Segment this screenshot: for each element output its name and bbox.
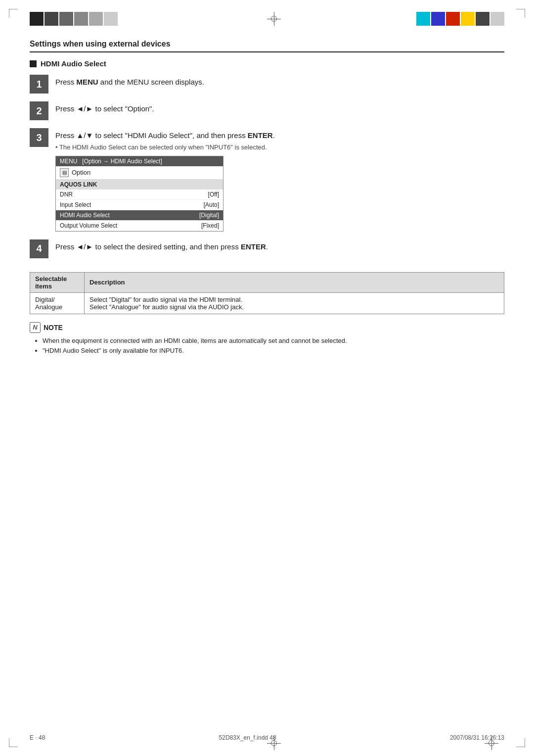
step-2-number: 2 (30, 101, 48, 120)
menu-row-hdmi-label: HDMI Audio Select (60, 212, 110, 219)
crosshair-icon (267, 12, 281, 26)
step-3-number: 3 (30, 128, 48, 147)
color-bar-dk (476, 12, 490, 26)
note-item-1: When the equipment is connected with an … (43, 336, 504, 346)
color-bar-lt (490, 12, 504, 26)
menu-option-label: Option (72, 169, 90, 176)
color-bar-yellow (461, 12, 475, 26)
note-item-2: "HDMI Audio Select" is only available fo… (43, 346, 504, 356)
crosshair-circle (271, 16, 277, 22)
menu-row-hdmi: HDMI Audio Select [Digital] (56, 210, 223, 221)
note-section: N NOTE When the equipment is connected w… (30, 322, 504, 357)
page-footer: E · 48 52D83X_en_f.indd 48 2007/08/31 16… (30, 734, 504, 741)
step-1: 1 Press MENU and the MENU screen display… (30, 74, 504, 94)
main-content: Settings when using external devices HDM… (30, 40, 504, 716)
note-icon: N (30, 322, 41, 333)
color-bar-5 (89, 12, 103, 26)
note-header: N NOTE (30, 322, 504, 333)
selectable-table: Selectable items Description Digital/Ana… (30, 272, 504, 314)
step-3-text: Press ▲/▼ to select "HDMI Audio Select",… (55, 130, 504, 142)
menu-header: MENU [Option → HDMI Audio Select] (56, 156, 223, 166)
step-1-text: Press MENU and the MENU screen displays. (55, 77, 504, 88)
step-1-number: 1 (30, 75, 48, 94)
corner-tr (516, 9, 525, 18)
menu-row-input-value: [Auto] (204, 201, 219, 208)
menu-row-dnr-label: DNR (60, 191, 73, 198)
menu-header-left: MENU (60, 158, 77, 165)
step-4-content: Press ◄/► to select the desired setting,… (55, 238, 504, 253)
step-2-content: Press ◄/► to select "Option". (55, 100, 504, 115)
section-title: Settings when using external devices (30, 40, 504, 52)
table-row-1-desc: Select "Digital" for audio signal via th… (85, 292, 504, 314)
color-bar-3 (59, 12, 73, 26)
menu-section-label: AQUOS LINK (56, 180, 223, 189)
menu-row-dnr: DNR [Off] (56, 189, 223, 200)
menu-row-output-label: Output Volume Select (60, 222, 117, 229)
menu-option-row: ▤ Option (56, 166, 223, 180)
menu-row-hdmi-value: [Digital] (199, 212, 219, 219)
table-row-1-item: Digital/Analogue (30, 292, 85, 314)
step-3-note: • The HDMI Audio Select can be selected … (55, 143, 504, 151)
note-list: When the equipment is connected with an … (30, 336, 504, 357)
menu-option-icon: ▤ (60, 168, 69, 177)
steps-container: 1 Press MENU and the MENU screen display… (30, 74, 504, 265)
color-bar-cyan (416, 12, 430, 26)
menu-row-output: Output Volume Select [Fixed] (56, 221, 223, 231)
sub-heading-label: HDMI Audio Select (41, 59, 106, 68)
step-4: 4 Press ◄/► to select the desired settin… (30, 238, 504, 258)
color-bar-1 (30, 12, 44, 26)
color-bar-2 (44, 12, 58, 26)
menu-row-dnr-value: [Off] (208, 191, 219, 198)
menu-header-right: [Option → HDMI Audio Select] (82, 158, 162, 165)
table-col2-header: Description (85, 272, 504, 292)
step-2-text: Press ◄/► to select "Option". (55, 103, 504, 115)
table-row-1: Digital/Analogue Select "Digital" for au… (30, 292, 504, 314)
sub-heading: HDMI Audio Select (30, 59, 504, 68)
menu-row-input-label: Input Select (60, 201, 91, 208)
step-1-content: Press MENU and the MENU screen displays. (55, 74, 504, 88)
page-number: E · 48 (30, 734, 45, 741)
date-info: 2007/08/31 16:26:13 (450, 734, 504, 741)
menu-row-output-value: [Fixed] (201, 222, 219, 229)
note-label: NOTE (44, 324, 63, 331)
step-3: 3 Press ▲/▼ to select "HDMI Audio Select… (30, 127, 504, 232)
menu-row-input: Input Select [Auto] (56, 200, 223, 210)
black-square-icon (30, 60, 37, 67)
table-col1-header: Selectable items (30, 272, 85, 292)
corner-tl (9, 9, 18, 18)
color-bar-4 (74, 12, 88, 26)
corner-br (516, 738, 525, 747)
color-bars-left (30, 12, 118, 26)
color-bar-red (446, 12, 460, 26)
menu-screenshot: MENU [Option → HDMI Audio Select] ▤ Opti… (55, 156, 223, 232)
color-bar-6 (104, 12, 118, 26)
color-bar-blue (431, 12, 445, 26)
corner-bl (9, 738, 18, 747)
step-3-content: Press ▲/▼ to select "HDMI Audio Select",… (55, 127, 504, 232)
step-4-number: 4 (30, 239, 48, 258)
file-info: 52D83X_en_f.indd 48 (219, 734, 276, 741)
step-4-text: Press ◄/► to select the desired setting,… (55, 241, 504, 253)
step-2: 2 Press ◄/► to select "Option". (30, 100, 504, 120)
color-bars-right (416, 12, 504, 26)
